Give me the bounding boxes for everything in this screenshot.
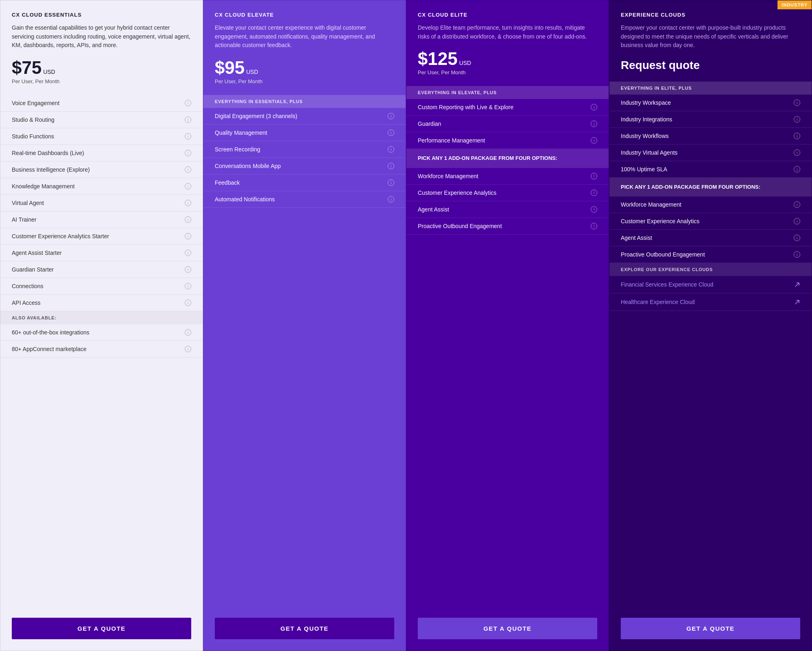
info-icon[interactable]: i — [185, 216, 191, 223]
info-icon[interactable]: i — [794, 218, 800, 224]
feature-item: Connections i — [0, 278, 203, 295]
info-icon[interactable]: i — [185, 250, 191, 256]
feature-label: 100% Uptime SLA — [621, 166, 667, 172]
feature-label: Automated Notifications — [215, 196, 275, 203]
feature-item: Real-time Dashboards (Live) i — [0, 145, 203, 162]
info-icon[interactable]: i — [591, 190, 597, 196]
info-icon[interactable]: i — [185, 346, 191, 352]
feature-label: Industry Workflows — [621, 133, 669, 139]
info-icon[interactable]: i — [794, 99, 800, 106]
info-icon[interactable]: i — [794, 149, 800, 156]
info-icon[interactable]: i — [388, 179, 394, 186]
info-icon[interactable]: i — [794, 235, 800, 241]
cta-button-industry[interactable]: GET A QUOTE — [621, 618, 800, 639]
feature-item: AI Trainer i — [0, 211, 203, 228]
info-icon[interactable]: i — [388, 146, 394, 153]
feature-item: Industry Integrations i — [609, 111, 812, 128]
info-icon[interactable]: i — [185, 133, 191, 140]
info-icon[interactable]: i — [185, 100, 191, 106]
info-icon[interactable]: i — [794, 166, 800, 172]
info-icon[interactable]: i — [794, 133, 800, 139]
feature-item: Knowledge Management i — [0, 178, 203, 195]
addon-label: Proactive Outbound Engagement — [418, 223, 502, 229]
explore-label-industry: EXPLORE OUR EXPERIENCE CLOUDS — [609, 263, 812, 276]
plan-footer-industry: GET A QUOTE — [609, 606, 812, 651]
addon-label: Agent Assist — [418, 206, 449, 213]
info-icon[interactable]: i — [591, 137, 597, 144]
feature-label: Business Intelligence (Explore) — [12, 166, 90, 173]
cta-button-elite[interactable]: GET A QUOTE — [418, 618, 597, 639]
cta-button-essentials[interactable]: GET A QUOTE — [12, 618, 191, 639]
feature-label: Performance Management — [418, 137, 485, 144]
info-icon[interactable]: i — [185, 329, 191, 336]
price-period-elite: Per User, Per Month — [418, 69, 597, 75]
info-icon[interactable]: i — [388, 129, 394, 136]
plan-footer-elevate: GET A QUOTE — [203, 606, 406, 651]
feature-item: 100% Uptime SLA i — [609, 161, 812, 178]
feature-item: Guardian Starter i — [0, 261, 203, 278]
info-icon[interactable]: i — [388, 163, 394, 169]
price-currency-elite: USD — [459, 60, 471, 66]
info-icon[interactable]: i — [185, 300, 191, 306]
feature-label: Customer Experience Analytics Starter — [12, 233, 109, 239]
price-period-elevate: Per User, Per Month — [215, 78, 394, 84]
info-icon[interactable]: i — [388, 196, 394, 203]
feature-label: AI Trainer — [12, 216, 37, 223]
features-section-elite: EVERYTHING IN ELEVATE, PLUS Custom Repor… — [406, 86, 609, 606]
info-icon[interactable]: i — [185, 150, 191, 156]
addon-label: Workforce Management — [418, 173, 478, 179]
also-available-label: 80+ AppConnect marketplace — [12, 346, 86, 352]
info-icon[interactable]: i — [185, 116, 191, 123]
explore-link-item[interactable]: Healthcare Experience Cloud — [609, 293, 812, 311]
section-label-industry: EVERYTHING IN ELITE, PLUS — [609, 82, 812, 95]
plan-card-elevate: CX CLOUD ELEVATEElevate your contact cen… — [203, 0, 406, 651]
addon-item: Customer Experience Analytics i — [609, 213, 812, 230]
feature-item: Studio & Routing i — [0, 112, 203, 128]
info-icon[interactable]: i — [185, 233, 191, 239]
addon-item: Proactive Outbound Engagement i — [609, 246, 812, 263]
info-icon[interactable]: i — [591, 104, 597, 110]
explore-link-label: Financial Services Experience Cloud — [621, 281, 713, 288]
feature-item: Studio Functions i — [0, 128, 203, 145]
external-link-icon — [794, 281, 800, 288]
price-amount-essentials: $75USD — [12, 58, 55, 78]
info-icon[interactable]: i — [794, 201, 800, 208]
feature-item: Quality Management i — [203, 125, 406, 141]
explore-link-item[interactable]: Financial Services Experience Cloud — [609, 276, 812, 293]
feature-label: Screen Recording — [215, 146, 260, 153]
feature-label: Voice Engagement — [12, 100, 60, 106]
features-section-essentials: Voice Engagement i Studio & Routing i St… — [0, 95, 203, 606]
info-icon[interactable]: i — [591, 121, 597, 127]
explore-link-label: Healthcare Experience Cloud — [621, 299, 695, 305]
plan-header-elite: CX CLOUD ELITEDevelop Elite team perform… — [406, 0, 609, 86]
feature-label: Guardian Starter — [12, 266, 54, 273]
addon-item: Customer Experience Analytics i — [406, 185, 609, 201]
feature-label: API Access — [12, 300, 41, 306]
feature-label: Virtual Agent — [12, 200, 44, 206]
price-currency-elevate: USD — [246, 69, 258, 75]
info-icon[interactable]: i — [185, 266, 191, 273]
plan-name-elevate: CX CLOUD ELEVATE — [215, 12, 394, 18]
feature-label: Knowledge Management — [12, 183, 75, 190]
cta-button-elevate[interactable]: GET A QUOTE — [215, 618, 394, 639]
info-icon[interactable]: i — [185, 283, 191, 289]
info-icon[interactable]: i — [591, 223, 597, 229]
plan-description-industry: Empower your contact center with purpose… — [621, 24, 800, 50]
info-icon[interactable]: i — [794, 116, 800, 123]
feature-item: Digital Engagement (3 channels) i — [203, 108, 406, 125]
info-icon[interactable]: i — [185, 183, 191, 190]
info-icon[interactable]: i — [388, 113, 394, 119]
addon-item: Workforce Management i — [609, 196, 812, 213]
feature-item: Industry Workspace i — [609, 95, 812, 111]
info-icon[interactable]: i — [591, 173, 597, 179]
plan-tag: INDUSTRY — [777, 0, 812, 9]
feature-item: Virtual Agent i — [0, 195, 203, 211]
feature-label: Digital Engagement (3 channels) — [215, 113, 297, 119]
info-icon[interactable]: i — [185, 166, 191, 173]
plan-footer-essentials: GET A QUOTE — [0, 606, 203, 651]
info-icon[interactable]: i — [185, 200, 191, 206]
info-icon[interactable]: i — [794, 251, 800, 258]
plan-description-elevate: Elevate your contact center experience w… — [215, 24, 394, 50]
request-quote-industry: Request quote — [621, 59, 800, 72]
info-icon[interactable]: i — [591, 206, 597, 213]
